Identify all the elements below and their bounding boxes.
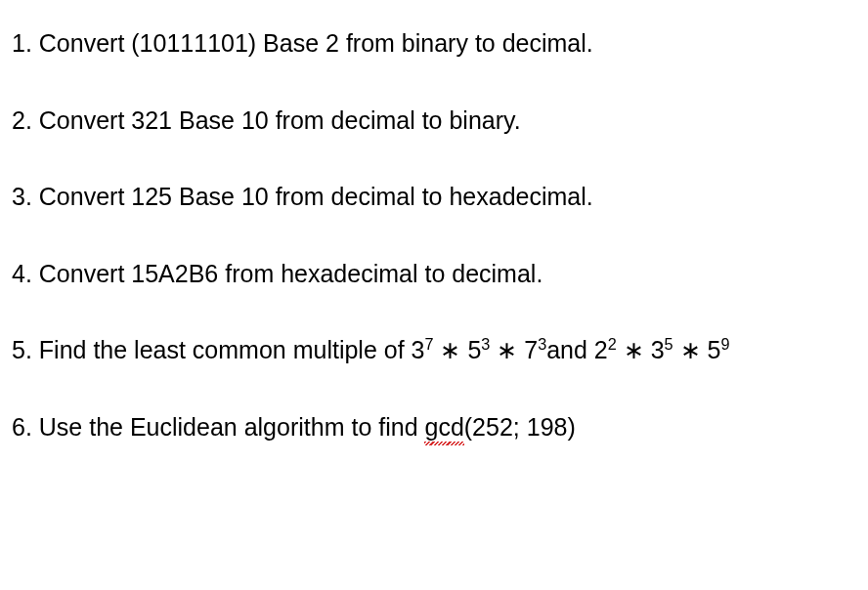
question-text-part: ∗ 7 — [490, 336, 538, 363]
question-text-part: ∗ 5 — [673, 336, 721, 363]
question-number: 4. — [12, 260, 32, 287]
question-text-part: ∗ 3 — [617, 336, 665, 363]
exponent: 3 — [538, 335, 546, 353]
question-text: Convert 321 Base 10 from decimal to bina… — [39, 106, 521, 134]
exponent: 3 — [481, 335, 490, 353]
question-number: 5. — [12, 336, 32, 363]
question-number: 1. — [12, 29, 32, 57]
exponent: 2 — [608, 335, 617, 353]
question-text-part: ∗ 5 — [434, 336, 482, 363]
exponent: 7 — [424, 335, 433, 353]
question-1: 1. Convert (10111101) Base 2 from binary… — [12, 27, 856, 60]
question-text: Convert 15A2B6 from hexadecimal to decim… — [39, 260, 543, 287]
question-5: 5. Find the least common multiple of 37 … — [12, 334, 856, 366]
question-number: 3. — [12, 183, 32, 210]
question-text: Convert (10111101) Base 2 from binary to… — [39, 29, 593, 57]
question-number: 2. — [12, 106, 32, 134]
question-text-part: (252; 198) — [464, 413, 576, 441]
question-text-part: Find the least common multiple of 3 — [39, 336, 425, 363]
spellcheck-underline: gcd — [424, 411, 463, 443]
question-number: 6. — [12, 413, 32, 441]
question-2: 2. Convert 321 Base 10 from decimal to b… — [12, 105, 856, 137]
question-6: 6. Use the Euclidean algorithm to find g… — [12, 411, 856, 443]
exponent: 5 — [665, 335, 673, 353]
question-text-part: and 2 — [546, 336, 608, 363]
question-text-part: Use the Euclidean algorithm to find — [39, 413, 425, 441]
question-3: 3. Convert 125 Base 10 from decimal to h… — [12, 181, 856, 213]
question-4: 4. Convert 15A2B6 from hexadecimal to de… — [12, 258, 856, 290]
question-text: Convert 125 Base 10 from decimal to hexa… — [39, 183, 593, 210]
exponent: 9 — [720, 335, 729, 353]
